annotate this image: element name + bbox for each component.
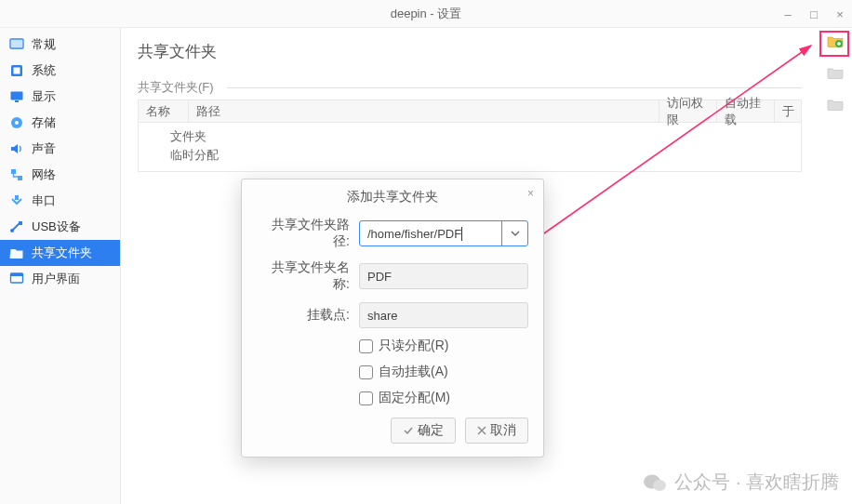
close-button[interactable]: × — [833, 7, 846, 21]
automount-checkbox-row[interactable]: 自动挂载(A) — [359, 364, 528, 380]
general-icon — [9, 37, 24, 52]
sidebar-item-system[interactable]: 系统 — [0, 58, 120, 84]
automount-checkbox[interactable] — [359, 365, 373, 379]
display-icon — [9, 89, 24, 104]
svg-rect-1 — [10, 39, 23, 48]
svg-point-7 — [15, 121, 19, 125]
sidebar-item-general[interactable]: 常规 — [0, 32, 120, 58]
dialog-close-button[interactable]: × — [527, 187, 534, 200]
col-name[interactable]: 名称 — [139, 100, 189, 122]
window-controls: – □ × — [781, 0, 846, 28]
svg-rect-3 — [14, 68, 20, 74]
svg-point-18 — [653, 480, 666, 491]
add-folder-dialog: 添加共享文件夹 × 共享文件夹路径: /home/fisher/PDF 共享文件… — [241, 179, 544, 458]
readonly-label: 只读分配(R) — [379, 338, 448, 354]
ui-icon — [9, 272, 24, 286]
window-title: deepin - 设置 — [391, 6, 462, 22]
sidebar-item-label: 串口 — [32, 192, 56, 209]
table-body: 文件夹 临时分配 — [139, 123, 801, 171]
table-row[interactable]: 临时分配 — [170, 147, 801, 166]
col-path[interactable]: 路径 — [189, 100, 659, 122]
minimize-button[interactable]: – — [781, 7, 794, 21]
sidebar-item-usb[interactable]: USB设备 — [0, 214, 120, 240]
sidebar-item-label: 存储 — [32, 114, 56, 131]
dialog-title: 添加共享文件夹 × — [242, 179, 543, 217]
col-at[interactable]: 于 — [775, 100, 801, 122]
sidebar-item-audio[interactable]: 声音 — [0, 136, 120, 162]
ok-button[interactable]: 确定 — [391, 418, 456, 444]
watermark: 公众号 · 喜欢瞎折腾 — [643, 470, 839, 495]
svg-rect-10 — [15, 195, 19, 200]
right-toolbar — [819, 28, 852, 504]
path-label: 共享文件夹路径: — [257, 217, 359, 250]
watermark-text: 公众号 · 喜欢瞎折腾 — [674, 470, 839, 495]
edit-folder-button[interactable] — [824, 61, 846, 84]
maximize-button[interactable]: □ — [807, 7, 820, 21]
mount-label: 挂载点: — [257, 307, 359, 324]
x-icon — [477, 426, 486, 435]
sidebar-item-label: USB设备 — [32, 219, 81, 235]
system-icon — [9, 63, 24, 78]
readonly-checkbox-row[interactable]: 只读分配(R) — [359, 338, 528, 354]
sidebar-item-display[interactable]: 显示 — [0, 84, 120, 110]
svg-point-11 — [10, 229, 14, 232]
cancel-button[interactable]: 取消 — [465, 418, 528, 444]
sidebar-item-label: 用户界面 — [32, 271, 80, 287]
remove-folder-button[interactable] — [824, 93, 846, 115]
svg-rect-14 — [11, 273, 23, 276]
permanent-checkbox[interactable] — [359, 391, 373, 405]
sidebar-item-label: 声音 — [32, 140, 56, 157]
serial-icon — [9, 193, 24, 208]
storage-icon — [9, 115, 24, 130]
network-icon — [9, 167, 24, 182]
sidebar-item-serial[interactable]: 串口 — [0, 188, 120, 214]
sidebar-item-network[interactable]: 网络 — [0, 162, 120, 188]
sidebar-item-label: 系统 — [32, 62, 56, 79]
sidebar-item-label: 显示 — [32, 88, 56, 105]
mount-input[interactable]: share — [359, 302, 528, 328]
titlebar: deepin - 设置 – □ × — [0, 0, 852, 28]
automount-label: 自动挂载(A) — [379, 364, 448, 380]
sidebar-item-ui[interactable]: 用户界面 — [0, 266, 120, 292]
table-row[interactable]: 文件夹 — [170, 128, 801, 147]
sidebar: 常规 系统 显示 存储 声音 网络 串口 USB设备 — [0, 28, 121, 504]
col-automount[interactable]: 自动挂载 — [717, 100, 775, 122]
usb-icon — [9, 219, 24, 234]
page-heading: 共享文件夹 — [138, 41, 802, 62]
sidebar-item-label: 网络 — [32, 166, 56, 183]
wechat-icon — [643, 472, 667, 493]
name-label: 共享文件夹名称: — [257, 259, 359, 293]
sidebar-item-label: 常规 — [32, 36, 56, 53]
folders-table: 名称 路径 访问权限 自动挂载 于 文件夹 临时分配 — [138, 99, 802, 172]
sidebar-item-storage[interactable]: 存储 — [0, 110, 120, 136]
permanent-label: 固定分配(M) — [379, 390, 450, 406]
svg-rect-12 — [19, 221, 22, 225]
svg-rect-8 — [11, 169, 16, 174]
audio-icon — [9, 141, 24, 156]
name-input[interactable]: PDF — [359, 263, 528, 289]
readonly-checkbox[interactable] — [359, 339, 373, 353]
permanent-checkbox-row[interactable]: 固定分配(M) — [359, 390, 528, 406]
check-icon — [403, 425, 414, 436]
svg-rect-5 — [15, 100, 19, 102]
col-access[interactable]: 访问权限 — [659, 100, 717, 122]
path-dropdown-button[interactable] — [501, 221, 527, 245]
path-input[interactable]: /home/fisher/PDF — [359, 220, 528, 246]
sidebar-item-shared-folders[interactable]: 共享文件夹 — [0, 240, 120, 266]
svg-rect-9 — [18, 176, 22, 180]
table-header: 名称 路径 访问权限 自动挂载 于 — [139, 100, 801, 123]
annotation-highlight — [819, 31, 849, 57]
sidebar-item-label: 共享文件夹 — [32, 245, 92, 261]
svg-rect-4 — [11, 92, 23, 100]
folder-icon — [9, 245, 24, 260]
page-subheading: 共享文件夹(F) — [138, 79, 802, 96]
